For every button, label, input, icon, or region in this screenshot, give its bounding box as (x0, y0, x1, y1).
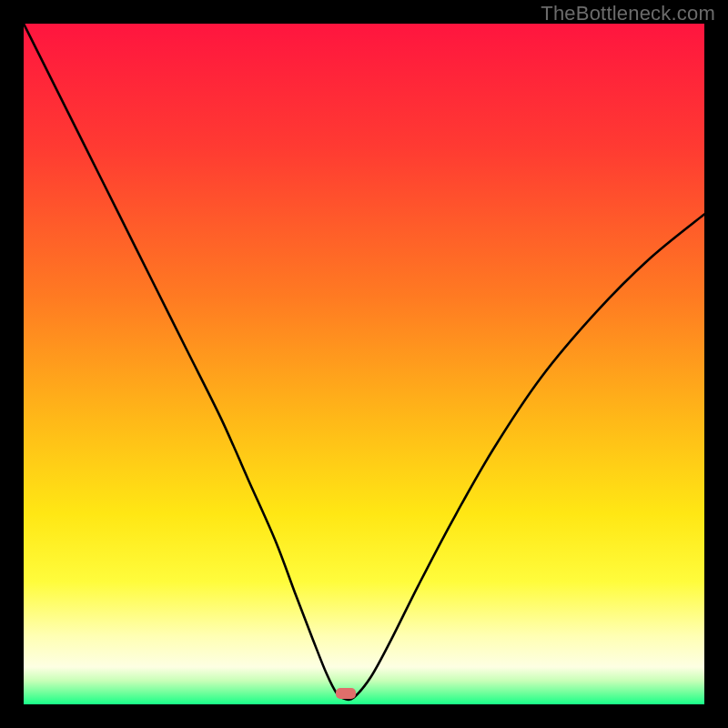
optimal-marker (336, 688, 356, 699)
plot-area (24, 24, 704, 704)
gradient-background (24, 24, 704, 704)
chart-root: TheBottleneck.com (0, 0, 728, 728)
watermark-label: TheBottleneck.com (541, 2, 715, 25)
plot-svg (24, 24, 704, 704)
